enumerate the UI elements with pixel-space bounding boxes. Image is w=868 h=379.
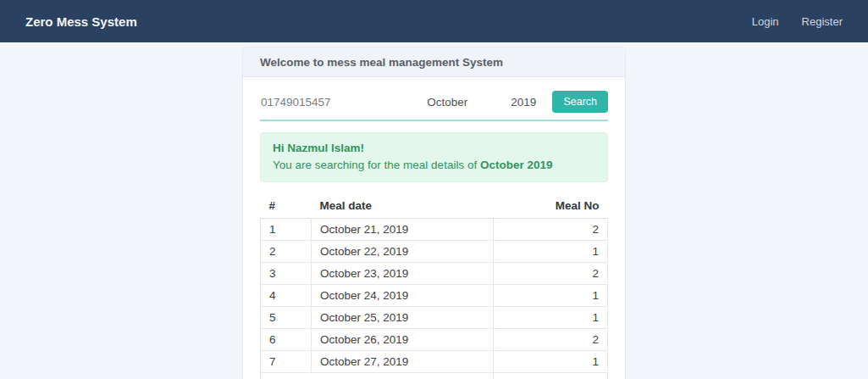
header-index: # [261, 194, 312, 219]
table-row: 1 October 21, 2019 2 [261, 218, 608, 240]
cell-index: 4 [261, 284, 312, 306]
card-body: October 2019 Search Hi Nazmul Islam! You… [243, 77, 625, 379]
cell-index: 6 [261, 328, 312, 350]
cell-index: 7 [261, 350, 312, 372]
cell-index: 1 [261, 218, 312, 240]
cell-meals: 2 [494, 328, 608, 350]
cell-date: October 26, 2019 [312, 328, 494, 350]
table-row: 6 October 26, 2019 2 [261, 328, 608, 350]
phone-input[interactable] [260, 96, 427, 109]
brand[interactable]: Zero Mess System [25, 14, 137, 29]
month-select[interactable]: October [427, 96, 467, 109]
nav-link-login[interactable]: Login [752, 15, 779, 28]
nav-link-register[interactable]: Register [802, 15, 843, 28]
alert-message-prefix: You are searching for the meal details o… [273, 159, 480, 171]
cell-meals: 2 [494, 262, 608, 284]
cell-date: October 23, 2019 [312, 262, 494, 284]
main-card: Welcome to mess meal management System O… [242, 47, 626, 379]
total-meals-value: 10 [494, 372, 608, 379]
table-row: 5 October 25, 2019 1 [261, 306, 608, 328]
search-button[interactable]: Search [552, 91, 608, 113]
table-row: 4 October 24, 2019 1 [261, 284, 608, 306]
cell-date: October 21, 2019 [312, 218, 494, 240]
cell-meals: 2 [494, 218, 608, 240]
year-select[interactable]: 2019 [511, 96, 536, 109]
cell-index: 5 [261, 306, 312, 328]
card-header-title: Welcome to mess meal management System [243, 47, 625, 77]
header-meal-no: Meal No [494, 194, 608, 219]
table-row: 2 October 22, 2019 1 [261, 240, 608, 262]
total-meals-label: Total meals: [261, 372, 494, 379]
alert-greeting: Hi Nazmul Islam! [273, 140, 595, 157]
table-row: 3 October 23, 2019 2 [261, 262, 608, 284]
cell-meals: 1 [494, 284, 608, 306]
cell-meals: 1 [494, 350, 608, 372]
search-form: October 2019 Search [260, 91, 608, 121]
cell-meals: 1 [494, 306, 608, 328]
table-total-row: Total meals: 10 [261, 372, 608, 379]
cell-index: 3 [261, 262, 312, 284]
cell-date: October 27, 2019 [312, 350, 494, 372]
meals-table: # Meal date Meal No 1 October 21, 2019 2… [260, 194, 608, 379]
cell-date: October 24, 2019 [312, 284, 494, 306]
nav-links: Login Register [752, 15, 843, 28]
search-result-alert: Hi Nazmul Islam! You are searching for t… [260, 132, 608, 182]
cell-date: October 25, 2019 [312, 306, 494, 328]
alert-message: You are searching for the meal details o… [273, 157, 595, 174]
header-meal-date: Meal date [312, 194, 494, 219]
cell-meals: 1 [494, 240, 608, 262]
cell-index: 2 [261, 240, 312, 262]
navbar: Zero Mess System Login Register [0, 0, 868, 42]
cell-date: October 22, 2019 [312, 240, 494, 262]
table-header-row: # Meal date Meal No [261, 194, 608, 219]
alert-message-period: October 2019 [480, 159, 553, 171]
table-row: 7 October 27, 2019 1 [261, 350, 608, 372]
